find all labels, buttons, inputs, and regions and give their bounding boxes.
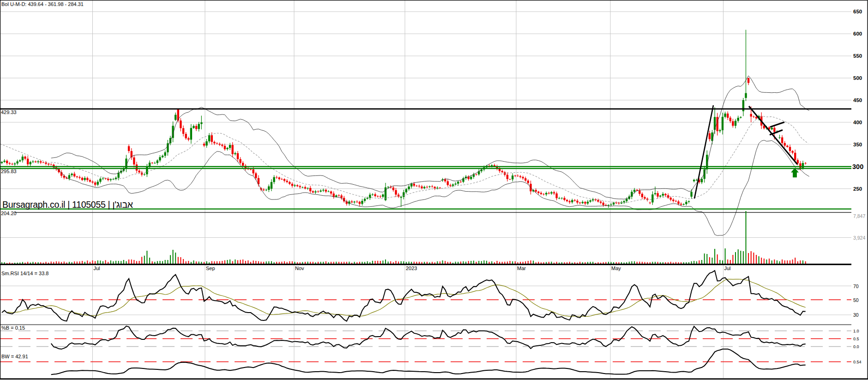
svg-text:Sm.RSI 14/14 = 33.8: Sm.RSI 14/14 = 33.8 <box>1 271 48 276</box>
svg-text:650: 650 <box>853 9 862 14</box>
svg-text:2023: 2023 <box>406 265 417 271</box>
svg-text:BW = 42.91: BW = 42.91 <box>1 354 28 359</box>
svg-text:500: 500 <box>853 75 862 81</box>
svg-text:Bol U-M-D: 439.64 - 361.98 - 2: Bol U-M-D: 439.64 - 361.98 - 284.31 <box>1 1 84 7</box>
svg-text:70: 70 <box>853 283 859 289</box>
svg-text:550: 550 <box>853 53 862 59</box>
svg-text:0.54: 0.54 <box>853 360 862 364</box>
svg-text:7,847: 7,847 <box>853 213 865 219</box>
svg-text:Nov: Nov <box>295 265 304 271</box>
svg-text:250: 250 <box>853 186 862 192</box>
svg-text:0.5: 0.5 <box>853 337 859 341</box>
svg-text:400: 400 <box>853 120 862 125</box>
svg-text:600: 600 <box>853 31 862 36</box>
svg-text:300: 300 <box>852 163 863 170</box>
svg-text:Bursagraph.co.il | 1105055 | א: Bursagraph.co.il | 1105055 | אבוג'ן <box>2 199 133 210</box>
svg-text:May: May <box>611 265 621 271</box>
svg-text:30: 30 <box>853 312 859 318</box>
svg-text:1.0: 1.0 <box>853 329 859 333</box>
svg-text:%B = 0.15: %B = 0.15 <box>1 325 25 331</box>
svg-text:Jul: Jul <box>724 265 731 271</box>
svg-text:Jul: Jul <box>94 265 100 271</box>
svg-text:429.33: 429.33 <box>1 109 17 115</box>
svg-text:50: 50 <box>853 297 859 303</box>
svg-text:Mar: Mar <box>517 265 526 271</box>
svg-text:350: 350 <box>853 142 862 147</box>
svg-text:0.0: 0.0 <box>853 344 859 349</box>
svg-text:295.83: 295.83 <box>1 169 17 174</box>
svg-text:Sep: Sep <box>206 265 215 271</box>
svg-text:3,924: 3,924 <box>853 235 865 241</box>
svg-text:204.20: 204.20 <box>1 211 17 216</box>
svg-text:450: 450 <box>853 97 862 103</box>
